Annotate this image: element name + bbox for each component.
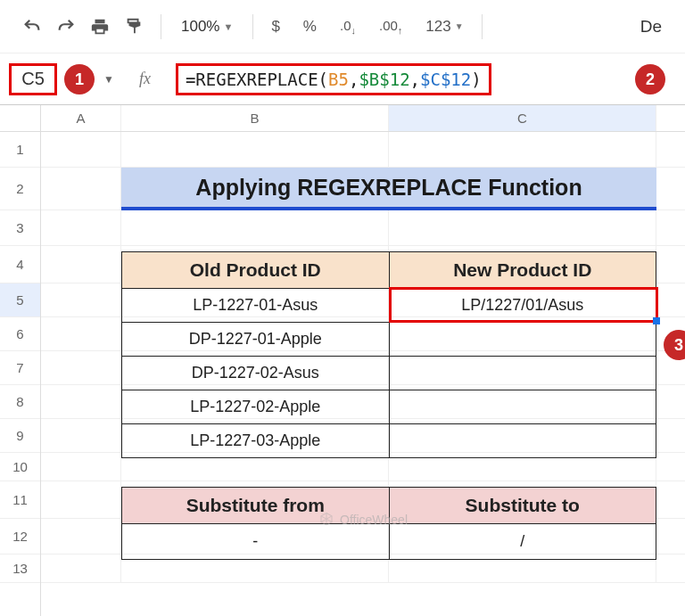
col-new-product-id: New Product ID xyxy=(390,251,657,289)
formula-seg: ) xyxy=(471,70,481,89)
decrease-decimal-button[interactable]: .0↓ xyxy=(334,18,361,36)
cell-new-id[interactable] xyxy=(390,390,657,424)
row-header[interactable]: 12 xyxy=(0,519,40,554)
row-header[interactable]: 5 xyxy=(0,283,40,317)
cell-old-id[interactable]: DP-1227-02-Asus xyxy=(121,357,390,390)
cell-new-id[interactable] xyxy=(390,357,657,390)
cell-new-id[interactable] xyxy=(390,323,657,357)
row-gutter: 1 2 3 4 5 6 7 8 9 10 11 12 13 xyxy=(0,105,41,616)
row-header[interactable]: 9 xyxy=(0,419,40,453)
cell-new-id[interactable] xyxy=(390,424,657,458)
number-format-group: $ % .0↓ .00↑ 123 ▼ xyxy=(266,18,468,36)
active-cell-ref: C5 xyxy=(21,69,45,89)
toolbar-separator xyxy=(161,14,161,39)
cell-old-id[interactable]: LP-1227-01-Asus xyxy=(121,289,390,323)
chevron-down-icon: ▼ xyxy=(455,21,464,31)
col-header[interactable]: A xyxy=(41,105,121,131)
zoom-value: 100% xyxy=(181,18,219,36)
select-all-corner[interactable] xyxy=(0,105,40,132)
percent-format-button[interactable]: % xyxy=(298,18,322,36)
formula-seg: , xyxy=(410,70,420,89)
table-row: LP-1227-02-Apple xyxy=(121,390,656,424)
column-headers: A B C xyxy=(41,105,685,132)
table-row: LP-1227-01-Asus LP/1227/01/Asus xyxy=(121,289,656,323)
font-truncated[interactable]: De xyxy=(640,17,667,37)
row-header[interactable]: 4 xyxy=(0,246,40,283)
zoom-dropdown[interactable]: 100% ▼ xyxy=(174,18,240,36)
print-icon[interactable] xyxy=(86,12,114,41)
formula-seg: , xyxy=(349,70,359,89)
cell-old-id[interactable]: LP-1227-02-Apple xyxy=(121,390,390,424)
table-row: - / xyxy=(121,524,656,560)
table-row: LP-1227-03-Apple xyxy=(121,424,656,458)
cell-grid[interactable]: Applying REGEXREPLACE Function Old Produ… xyxy=(41,132,685,583)
callout-1: 1 xyxy=(64,64,95,94)
grid-wrap: A B C Applying REGEXREPLACE Function O xyxy=(41,105,685,616)
watermark: OfficeWheel xyxy=(318,512,408,528)
more-formats-label: 123 xyxy=(425,18,450,36)
row-header[interactable]: 3 xyxy=(0,210,40,246)
formula-arg3: $C$12 xyxy=(420,70,471,89)
cell-sub-from[interactable]: - xyxy=(121,524,390,560)
watermark-text: OfficeWheel xyxy=(340,513,408,527)
hexagon-icon xyxy=(318,512,334,528)
formula-arg1: B5 xyxy=(328,70,349,89)
row-header[interactable]: 10 xyxy=(0,453,40,481)
row-header[interactable]: 2 xyxy=(0,168,40,210)
row-header[interactable]: 11 xyxy=(0,481,40,519)
toolbar-separator xyxy=(482,14,483,39)
currency-format-button[interactable]: $ xyxy=(266,18,285,36)
products-table: Old Product ID New Product ID LP-1227-01… xyxy=(121,251,656,458)
row-header[interactable]: 8 xyxy=(0,385,40,419)
table-row: DP-1227-01-Apple xyxy=(121,323,656,357)
redo-icon[interactable] xyxy=(52,12,80,41)
row-header[interactable]: 1 xyxy=(0,132,40,168)
cell-new-id[interactable]: LP/1227/01/Asus xyxy=(390,289,657,323)
col-old-product-id: Old Product ID xyxy=(121,251,390,289)
undo-icon[interactable] xyxy=(18,12,46,41)
formula-input[interactable]: =REGEXREPLACE( B5 , $B$12 , $C$12 ) xyxy=(176,63,491,95)
formula-seg: =REGEXREPLACE( xyxy=(186,70,328,89)
increase-decimal-button[interactable]: .00↑ xyxy=(374,18,408,36)
callout-2: 2 xyxy=(635,64,665,94)
sheet-area: 1 2 3 4 5 6 7 8 9 10 11 12 13 A B C xyxy=(0,105,685,616)
col-substitute-to: Substitute to xyxy=(390,487,657,524)
toolbar: 100% ▼ $ % .0↓ .00↑ 123 ▼ De xyxy=(0,0,685,53)
formula-bar: C5 1 ▼ fx =REGEXREPLACE( B5 , $B$12 , $C… xyxy=(0,53,685,105)
col-header[interactable]: B xyxy=(121,105,389,131)
cell-old-id[interactable]: DP-1227-01-Apple xyxy=(121,323,390,357)
paint-format-icon[interactable] xyxy=(120,12,148,41)
cell-old-id[interactable]: LP-1227-03-Apple xyxy=(121,424,390,458)
more-formats-dropdown[interactable]: 123 ▼ xyxy=(420,18,468,36)
name-box[interactable]: C5 xyxy=(9,63,57,95)
row-header[interactable]: 7 xyxy=(0,351,40,385)
sheet-title: Applying REGEXREPLACE Function xyxy=(121,168,656,210)
table-row: DP-1227-02-Asus xyxy=(121,357,656,390)
fx-label: fx xyxy=(139,70,151,88)
toolbar-separator xyxy=(252,14,253,39)
name-box-dropdown-icon[interactable]: ▼ xyxy=(103,73,114,86)
formula-arg2: $B$12 xyxy=(359,70,409,89)
chevron-down-icon: ▼ xyxy=(223,21,233,32)
row-header[interactable]: 13 xyxy=(0,554,40,583)
row-header[interactable]: 6 xyxy=(0,317,40,351)
cell-sub-to[interactable]: / xyxy=(390,524,657,560)
col-header[interactable]: C xyxy=(389,105,656,131)
